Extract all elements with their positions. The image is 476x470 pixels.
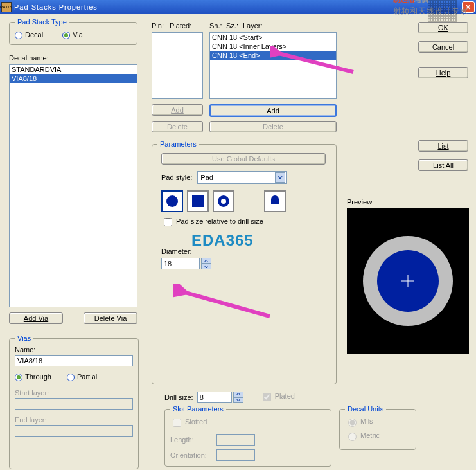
radio-metric: Metric bbox=[345, 431, 410, 441]
shape-square-button[interactable] bbox=[187, 190, 209, 212]
layer-list[interactable]: CNN 18 <Start> CNN 18 <Inner Layers> CNN… bbox=[209, 32, 337, 99]
cancel-button[interactable]: Cancel bbox=[418, 41, 468, 53]
units-legend: Decal Units bbox=[345, 405, 386, 413]
plated-checkbox: Plated bbox=[260, 391, 295, 403]
slot-legend: Slot Parameters bbox=[170, 405, 226, 413]
app-icon: PADS bbox=[1, 2, 12, 12]
end-layer-label: End layer: bbox=[15, 416, 133, 424]
radio-decal[interactable]: Decal bbox=[15, 31, 43, 39]
ok-button[interactable]: OK bbox=[418, 22, 468, 33]
list-item[interactable]: CNN 18 <End> bbox=[210, 51, 336, 60]
diameter-input[interactable] bbox=[161, 258, 200, 269]
diameter-spin-up[interactable] bbox=[201, 258, 211, 264]
add-via-button[interactable]: Add Via bbox=[9, 312, 63, 324]
slot-parameters-group: Slot Parameters Slotted Length: Orientat… bbox=[164, 405, 331, 467]
preview-graphic bbox=[347, 208, 469, 354]
col-sh: Sh.: bbox=[209, 22, 222, 30]
pad-stack-type-legend: Pad Stack Type bbox=[15, 18, 69, 26]
slot-orient-label: Orientation: bbox=[170, 451, 211, 459]
decal-units-group: Decal Units Mils Metric bbox=[339, 405, 416, 450]
radio-partial[interactable]: Partial bbox=[67, 373, 97, 381]
col-pin: Pin: bbox=[152, 22, 164, 30]
slotted-checkbox: Slotted bbox=[170, 418, 207, 426]
list-item[interactable]: STANDARDVIA bbox=[10, 65, 137, 74]
radio-via[interactable]: Via bbox=[62, 31, 83, 39]
shape-circle-button[interactable] bbox=[161, 190, 183, 212]
svg-point-0 bbox=[166, 195, 178, 207]
drill-size-label: Drill size: bbox=[164, 393, 193, 401]
vias-group: Vias Name: Through Partial Start layer: … bbox=[9, 334, 139, 469]
chevron-down-icon[interactable] bbox=[275, 172, 285, 183]
drill-size-input[interactable] bbox=[197, 392, 232, 403]
pad-size-relative-checkbox[interactable]: Pad size relative to drill size bbox=[161, 216, 331, 228]
parameters-legend: Parameters bbox=[157, 140, 199, 148]
vias-legend: Vias bbox=[15, 334, 33, 342]
pad-style-select[interactable]: Pad bbox=[197, 171, 287, 184]
drill-spin-down[interactable] bbox=[233, 397, 243, 403]
decal-name-label: Decal name: bbox=[9, 54, 49, 62]
end-layer-input bbox=[15, 425, 133, 437]
list-item[interactable]: CNN 18 <Inner Layers> bbox=[210, 42, 336, 51]
help-button[interactable]: Help bbox=[418, 67, 468, 78]
svg-point-3 bbox=[221, 199, 226, 204]
vias-name-input[interactable] bbox=[15, 355, 133, 366]
preview-pane bbox=[347, 208, 469, 354]
list-item[interactable]: CNN 18 <Start> bbox=[210, 33, 336, 42]
list-button[interactable]: List bbox=[418, 140, 468, 152]
use-global-defaults-button: Use Global Defaults bbox=[161, 153, 326, 165]
preview-label: Preview: bbox=[347, 198, 374, 206]
col-plated: Plated: bbox=[170, 22, 191, 30]
radio-mils: Mils bbox=[345, 417, 410, 427]
col-layer: Layer: bbox=[243, 22, 263, 30]
shape-annular-button[interactable] bbox=[213, 190, 234, 212]
window-title: Pad Stacks Properties - bbox=[14, 3, 103, 11]
slot-length-input bbox=[216, 434, 255, 446]
delete-via-button[interactable]: Delete Via bbox=[84, 312, 137, 324]
parameters-group: Parameters Use Global Defaults Pad style… bbox=[152, 140, 337, 384]
slot-orient-input bbox=[216, 449, 255, 461]
titlebar: PADS Pad Stacks Properties - ✕ bbox=[0, 0, 476, 14]
pad-stack-type-group: Pad Stack Type Decal Via bbox=[9, 18, 137, 45]
diameter-spin-down[interactable] bbox=[201, 264, 211, 269]
radio-through[interactable]: Through bbox=[15, 373, 51, 381]
pad-style-label: Pad style: bbox=[161, 174, 192, 181]
drill-spin-up[interactable] bbox=[233, 392, 243, 397]
pin-add-button: Add bbox=[152, 104, 203, 116]
pin-delete-button: Delete bbox=[152, 121, 203, 132]
vias-name-label: Name: bbox=[15, 346, 133, 354]
layer-delete-button: Delete bbox=[209, 121, 337, 132]
close-button[interactable]: ✕ bbox=[462, 1, 475, 13]
layer-add-button[interactable]: Add bbox=[209, 104, 337, 117]
pin-list[interactable] bbox=[152, 32, 203, 99]
start-layer-input bbox=[15, 398, 133, 410]
list-all-button[interactable]: List All bbox=[418, 159, 468, 171]
slot-length-label: Length: bbox=[170, 436, 211, 444]
col-sz: Sz.: bbox=[226, 22, 238, 30]
decal-name-list[interactable]: STANDARDVIA VIA8/18 bbox=[9, 64, 137, 307]
svg-rect-5 bbox=[271, 199, 279, 204]
diameter-label: Diameter: bbox=[161, 248, 331, 255]
svg-rect-1 bbox=[192, 195, 204, 207]
shape-oval-button[interactable] bbox=[264, 190, 286, 212]
start-layer-label: Start layer: bbox=[15, 389, 133, 397]
list-item[interactable]: VIA8/18 bbox=[10, 74, 137, 83]
